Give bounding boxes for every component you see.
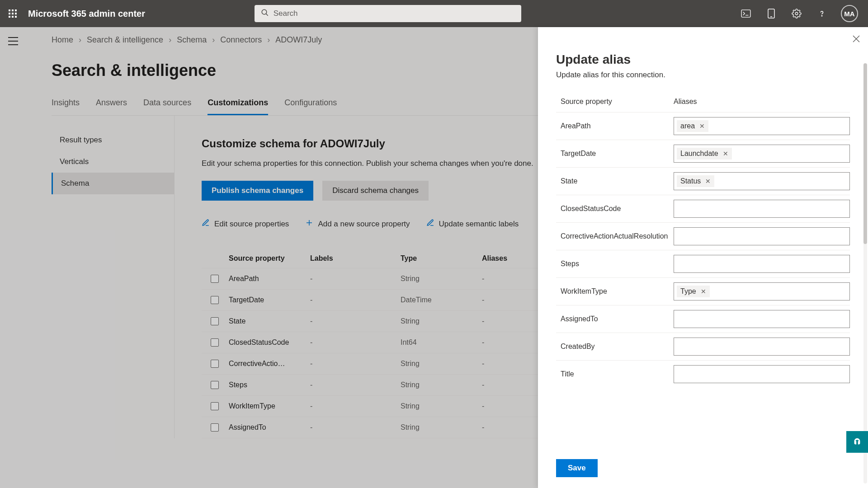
remove-tag-icon[interactable]: ✕ [701, 288, 706, 295]
alias-prop: AssignedTo [561, 315, 674, 323]
topbar: Microsoft 365 admin center MA [0, 0, 868, 27]
remove-tag-icon[interactable]: ✕ [705, 178, 711, 185]
alias-input[interactable]: Launchdate✕ [674, 145, 850, 163]
panel-subtitle: Update alias for this connection. [556, 70, 850, 80]
alias-row: ClosedStatusCode [556, 195, 850, 222]
alias-prop: CorrectiveActionActualResolution [561, 232, 674, 240]
alias-input[interactable] [674, 365, 850, 383]
alias-tag: area✕ [677, 120, 708, 132]
alias-row: Title [556, 360, 850, 388]
alias-input[interactable] [674, 200, 850, 218]
svg-rect-8 [15, 16, 17, 18]
alias-row: Steps [556, 250, 850, 277]
svg-line-10 [266, 14, 268, 16]
save-button[interactable]: Save [556, 459, 598, 477]
alias-prop: AreaPath [561, 122, 674, 130]
scrollbar[interactable] [863, 63, 867, 483]
alias-row: State Status✕ [556, 167, 850, 195]
shell-icon[interactable] [740, 7, 752, 20]
svg-rect-6 [9, 16, 10, 18]
alias-input[interactable]: Status✕ [674, 172, 850, 190]
alias-prop: Steps [561, 260, 674, 268]
alias-col-source: Source property [561, 98, 674, 106]
alias-table: Source property Aliases AreaPath area✕ T… [556, 98, 850, 388]
app-title: Microsoft 365 admin center [28, 9, 145, 19]
alias-row: CorrectiveActionActualResolution [556, 222, 850, 250]
alias-prop: Title [561, 370, 674, 378]
alias-table-header: Source property Aliases [556, 98, 850, 112]
help-icon[interactable] [816, 7, 828, 20]
alias-row: AreaPath area✕ [556, 112, 850, 140]
alias-prop: TargetDate [561, 150, 674, 158]
search-wrap [255, 5, 521, 22]
alias-input[interactable] [674, 227, 850, 245]
alias-prop: WorkItemType [561, 287, 674, 296]
alias-row: TargetDate Launchdate✕ [556, 140, 850, 167]
svg-rect-11 [741, 10, 750, 17]
alias-tag: Type✕ [677, 286, 710, 297]
alias-row: WorkItemType Type✕ [556, 277, 850, 305]
alias-input[interactable]: Type✕ [674, 282, 850, 300]
gear-icon[interactable] [790, 7, 803, 20]
svg-rect-3 [9, 13, 10, 14]
alias-col-aliases: Aliases [674, 98, 850, 106]
close-icon[interactable] [853, 35, 860, 45]
remove-tag-icon[interactable]: ✕ [699, 122, 705, 130]
svg-rect-0 [9, 9, 10, 11]
help-fab[interactable] [846, 431, 868, 453]
avatar[interactable]: MA [841, 5, 858, 22]
svg-point-14 [795, 12, 798, 15]
alias-input[interactable]: area✕ [674, 117, 850, 135]
panel-title: Update alias [556, 52, 850, 67]
alias-prop: State [561, 177, 674, 185]
side-panel: Update alias Update alias for this conne… [538, 27, 868, 488]
mobile-icon[interactable] [765, 7, 778, 20]
alias-tag: Status✕ [677, 175, 714, 187]
alias-row: CreatedBy [556, 333, 850, 360]
svg-rect-1 [12, 9, 14, 11]
alias-input[interactable] [674, 255, 850, 273]
alias-input[interactable] [674, 338, 850, 356]
alias-input[interactable] [674, 310, 850, 328]
svg-point-15 [821, 15, 822, 16]
svg-point-9 [262, 9, 267, 14]
alias-prop: CreatedBy [561, 343, 674, 351]
page: Home › Search & intelligence › Schema › … [0, 27, 868, 488]
search-input[interactable] [255, 5, 521, 22]
alias-prop: ClosedStatusCode [561, 205, 674, 213]
topbar-right: MA [740, 5, 863, 22]
panel-footer: Save [538, 452, 868, 488]
remove-tag-icon[interactable]: ✕ [723, 150, 728, 157]
search-icon [261, 9, 269, 19]
alias-tag: Launchdate✕ [677, 148, 732, 160]
svg-rect-4 [12, 13, 14, 14]
svg-rect-2 [15, 9, 17, 11]
alias-row: AssignedTo [556, 305, 850, 333]
svg-rect-5 [15, 13, 17, 14]
app-launcher-icon[interactable] [5, 6, 20, 21]
svg-rect-7 [12, 16, 14, 18]
